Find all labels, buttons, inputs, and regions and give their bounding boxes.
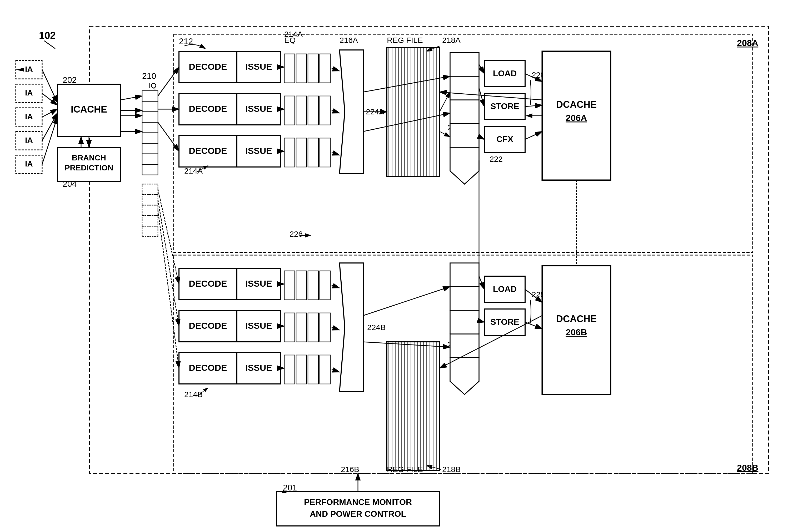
reg-file-a-label: REG FILE <box>387 36 423 44</box>
ref-218b: 218B <box>442 465 461 474</box>
ref-216a: 216A <box>340 36 358 44</box>
ref-218a: 218A <box>442 36 461 44</box>
branch-label: BRANCH <box>72 153 106 162</box>
ref-102: 102 <box>39 30 56 41</box>
dcache-b-label: DCACHE <box>556 314 597 324</box>
svg-text:IA: IA <box>25 88 33 97</box>
ref-214a-top: 214A <box>284 30 303 38</box>
svg-rect-63 <box>387 48 440 176</box>
ref-208b: 208B <box>737 462 758 473</box>
store-b-label: STORE <box>490 317 519 327</box>
icache-label: ICACHE <box>71 104 107 115</box>
issue-a1: ISSUE <box>245 61 272 72</box>
perf-monitor-line1: PERFORMANCE MONITOR <box>304 497 412 507</box>
issue-a2: ISSUE <box>245 103 272 114</box>
svg-text:PREDICTION: PREDICTION <box>65 163 113 172</box>
ref-202: 202 <box>62 75 77 85</box>
ref-206b: 206B <box>566 327 587 337</box>
load-a-label: LOAD <box>493 69 517 78</box>
ref-222: 222 <box>490 155 503 163</box>
decode-b2: DECODE <box>189 321 227 330</box>
ref-204: 204 <box>62 179 77 189</box>
svg-text:IA: IA <box>25 65 33 73</box>
ref-206a: 206A <box>566 113 587 123</box>
store-a-label: STORE <box>490 101 519 111</box>
exec-units-b <box>450 263 479 395</box>
decode-a3: DECODE <box>189 146 227 156</box>
dcache-a-label: DCACHE <box>556 99 597 110</box>
perf-monitor-line2: AND POWER CONTROL <box>310 509 406 518</box>
decode-a1: DECODE <box>189 61 227 72</box>
exec-units-a <box>450 53 479 184</box>
ref-214a: 214A <box>184 167 203 175</box>
ref-226: 226 <box>290 230 303 238</box>
iq-label: IQ <box>149 81 157 90</box>
decode-b1: DECODE <box>189 279 227 288</box>
svg-text:IA: IA <box>25 136 33 145</box>
svg-text:IA: IA <box>25 112 33 121</box>
issue-b1: ISSUE <box>245 279 272 288</box>
issue-b3: ISSUE <box>245 363 272 373</box>
cfx-label: CFX <box>496 134 513 144</box>
ref-224b: 224B <box>367 323 386 331</box>
issue-b2: ISSUE <box>245 321 272 330</box>
svg-rect-96 <box>387 342 440 471</box>
issue-a3: ISSUE <box>245 146 272 156</box>
ref-208a: 208A <box>737 38 758 48</box>
svg-text:IA: IA <box>25 159 33 168</box>
decode-b3: DECODE <box>189 363 227 373</box>
ref-216b: 216B <box>341 465 359 474</box>
load-b-label: LOAD <box>493 284 517 294</box>
diagram-container: 102 IA IA IA IA IA ICACHE 202 BRANCH <box>0 0 803 532</box>
svg-rect-141 <box>276 492 440 526</box>
ref-201: 201 <box>283 483 297 492</box>
ref-214b: 214B <box>184 390 203 399</box>
ref-210: 210 <box>142 71 156 81</box>
decode-a2: DECODE <box>189 103 227 114</box>
